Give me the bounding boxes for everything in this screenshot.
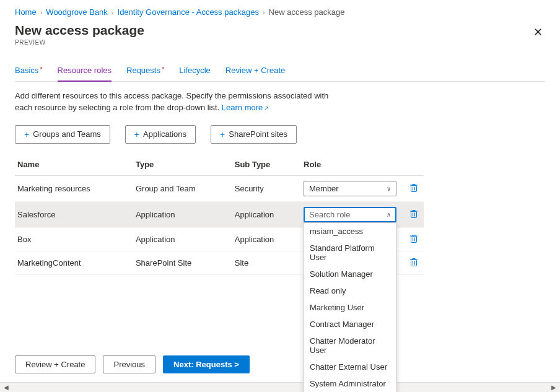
cell-type: SharePoint Site (133, 251, 232, 274)
add-button-label: SharePoint sites (229, 129, 287, 139)
breadcrumb-home[interactable]: Home (15, 7, 37, 17)
svg-rect-2 (411, 236, 417, 242)
col-type: Type (133, 155, 232, 176)
delete-icon[interactable] (409, 257, 418, 267)
chevron-up-icon: ∧ (387, 211, 391, 218)
svg-rect-0 (411, 185, 417, 191)
cell-type: Application (133, 201, 232, 227)
description: Add different resources to this access p… (15, 90, 337, 114)
tab-lifecycle[interactable]: Lifecycle (179, 61, 211, 81)
table-row: Marketing resourcesGroup and TeamSecurit… (15, 175, 424, 201)
next-button[interactable]: Next: Requests > (163, 355, 250, 373)
col-name: Name (15, 155, 133, 176)
add-groups-and-teams-button[interactable]: +Groups and Teams (15, 125, 110, 144)
required-indicator: * (162, 66, 164, 73)
add-applications-button[interactable]: +Applications (125, 125, 196, 144)
tab-basics[interactable]: Basics* (15, 61, 43, 81)
cell-name: Salesforce (15, 201, 133, 227)
role-value: Member (309, 184, 339, 193)
cell-type: Group and Team (133, 175, 232, 201)
role-select[interactable]: Search role∧ (304, 207, 396, 222)
role-dropdown[interactable]: msiam_accessStandard Platform UserSoluti… (303, 222, 397, 392)
role-option[interactable]: Contract Manager (304, 316, 396, 333)
plus-icon: + (220, 129, 225, 139)
breadcrumb: Home › Woodgrove Bank › Identity Governa… (15, 5, 545, 23)
col-subtype: Sub Type (232, 155, 301, 176)
add-sharepoint-sites-button[interactable]: +SharePoint sites (211, 125, 297, 144)
delete-icon[interactable] (409, 209, 418, 219)
previous-button[interactable]: Previous (103, 355, 155, 373)
cell-subtype: Site (232, 251, 301, 274)
cell-name: Marketing resources (15, 175, 133, 201)
plus-icon: + (134, 129, 139, 139)
cell-subtype: Security (232, 175, 301, 201)
role-option[interactable]: Solution Manager (304, 266, 396, 282)
role-option[interactable]: System Administrator (304, 375, 396, 392)
role-option[interactable]: msiam_access (304, 223, 396, 240)
delete-icon[interactable] (409, 183, 418, 193)
svg-rect-1 (411, 211, 417, 217)
scroll-left-icon[interactable]: ◀ (1, 384, 11, 391)
chevron-down-icon: ∨ (387, 185, 391, 192)
horizontal-scrollbar[interactable]: ◀ ▶ (0, 382, 560, 392)
tab-review-create[interactable]: Review + Create (225, 61, 285, 81)
breadcrumb-current: New access package (269, 7, 345, 17)
role-option[interactable]: Chatter Moderator User (304, 333, 396, 359)
external-link-icon: ↗ (264, 105, 269, 111)
role-option[interactable]: Read only (304, 282, 396, 299)
required-indicator: * (40, 66, 42, 73)
tab-resource-roles[interactable]: Resource roles (58, 61, 112, 81)
breadcrumb-org[interactable]: Woodgrove Bank (46, 7, 108, 17)
close-icon[interactable]: ✕ (531, 23, 545, 41)
svg-rect-3 (411, 259, 417, 266)
cell-name: Box (15, 227, 133, 251)
cell-subtype: Application (232, 201, 301, 227)
review-create-button[interactable]: Review + Create (15, 355, 95, 373)
delete-icon[interactable] (409, 233, 418, 243)
role-option[interactable]: Chatter External User (304, 359, 396, 375)
role-option[interactable]: Standard Platform User (304, 240, 396, 266)
role-value: Search role (309, 210, 350, 219)
cell-role: Member∨ (301, 175, 406, 201)
plus-icon: + (24, 129, 29, 139)
cell-subtype: Application (232, 227, 301, 251)
breadcrumb-section[interactable]: Identity Governance - Access packages (118, 7, 259, 17)
tab-bar: Basics*Resource rolesRequests*LifecycleR… (15, 61, 545, 82)
preview-badge: PREVIEW (15, 39, 144, 46)
role-select[interactable]: Member∨ (304, 181, 396, 196)
learn-more-link[interactable]: Learn more↗ (222, 103, 269, 112)
cell-name: MarketingContent (15, 251, 133, 274)
scroll-right-icon[interactable]: ▶ (549, 384, 559, 391)
chevron-right-icon: › (112, 9, 114, 16)
add-button-label: Groups and Teams (33, 129, 101, 139)
chevron-right-icon: › (263, 9, 265, 16)
cell-type: Application (133, 227, 232, 251)
add-button-label: Applications (143, 129, 186, 139)
tab-requests[interactable]: Requests* (126, 61, 164, 81)
chevron-right-icon: › (40, 9, 43, 16)
col-role: Role (301, 155, 406, 176)
role-option[interactable]: Marketing User (304, 299, 396, 316)
page-title: New access package (15, 23, 144, 38)
